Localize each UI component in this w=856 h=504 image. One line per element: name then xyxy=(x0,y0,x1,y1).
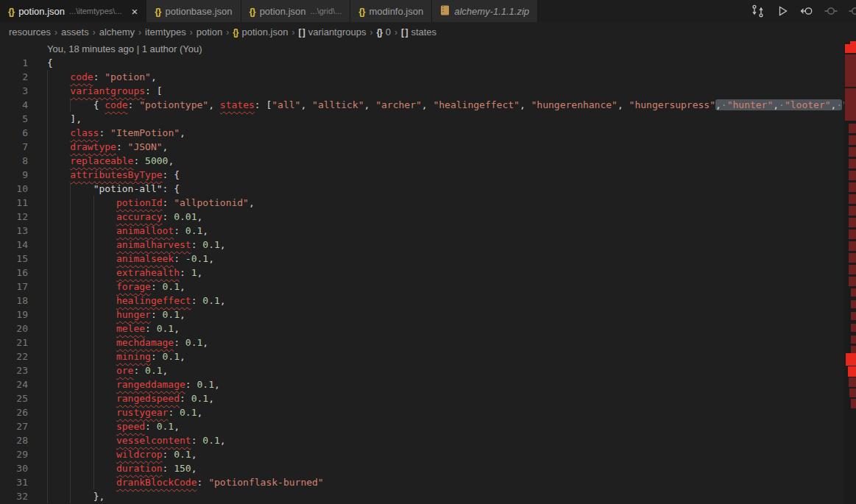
run-icon[interactable] xyxy=(775,4,790,18)
token-p: , xyxy=(208,253,214,264)
compare-changes-icon[interactable] xyxy=(751,4,765,18)
line-number[interactable]: 27 xyxy=(0,419,28,433)
tab-potion-json[interactable]: {}potion.json...\itemtypes\...× xyxy=(0,0,146,22)
line-number[interactable]: 17 xyxy=(0,280,28,294)
token-s: "JSON" xyxy=(128,141,163,152)
token-k: melee xyxy=(116,323,145,334)
token-s: "ItemPotion" xyxy=(110,127,180,138)
tab-potion-json[interactable]: {}potion.json...\grid\... xyxy=(241,0,351,22)
token-s: "potionflask-burned" xyxy=(208,477,324,488)
overview-ruler-mark xyxy=(849,206,856,216)
line-number[interactable]: 1 xyxy=(0,56,28,70)
token-p: , xyxy=(191,449,197,460)
breadcrumb-item-variantgroups[interactable]: [ ]variantgroups xyxy=(298,26,366,38)
tab-title: potionbase.json xyxy=(165,6,232,17)
tab-alchemy-1-1-1-zip[interactable]: alchemy-1.1.1.zip xyxy=(432,0,538,22)
breadcrumb-item-potion[interactable]: potion xyxy=(197,26,222,38)
annotation-circle-icon-2[interactable] xyxy=(848,4,856,18)
line-number[interactable]: 24 xyxy=(0,377,28,391)
line-number[interactable]: 15 xyxy=(0,252,28,266)
line-number[interactable]: 7 xyxy=(0,140,28,154)
symbol-object-icon: {} xyxy=(376,27,381,38)
line-number[interactable]: 19 xyxy=(0,308,28,322)
token-k: healingeffect xyxy=(116,295,191,306)
line-text: extrahealth: 1, xyxy=(47,266,202,280)
line-number[interactable]: 4 xyxy=(0,98,28,112)
line-number[interactable]: 30 xyxy=(0,461,28,475)
chevron-right-icon: › xyxy=(369,27,372,38)
token-p: : xyxy=(163,197,174,208)
overview-ruler-mark xyxy=(848,366,856,377)
breadcrumb-label: resources xyxy=(9,26,51,38)
token-p: : xyxy=(145,323,157,334)
breadcrumb-label: variantgroups xyxy=(308,26,367,38)
code-line: 3 variantgroups: [ xyxy=(0,84,844,98)
editor-pane[interactable]: You, 18 minutes ago | 1 author (You)1{2 … xyxy=(0,42,856,504)
line-text: variantgroups: [ xyxy=(47,84,163,98)
overview-ruler-mark xyxy=(849,230,856,239)
line-number[interactable]: 32 xyxy=(0,489,28,503)
breadcrumb-item-alchemy[interactable]: alchemy xyxy=(99,26,135,38)
line-number[interactable]: 31 xyxy=(0,475,28,489)
token-n: 0.1 xyxy=(163,281,180,292)
git-blame-annotation[interactable]: You, 18 minutes ago | 1 author (You) xyxy=(47,42,202,56)
line-number[interactable]: 5 xyxy=(0,112,28,126)
line-number[interactable]: 14 xyxy=(0,238,28,252)
token-p: , xyxy=(300,99,312,110)
code-line: 13 animalloot: 0.1, xyxy=(0,224,844,238)
overview-ruler-mark xyxy=(845,88,856,121)
breadcrumb-item-assets[interactable]: assets xyxy=(61,26,89,38)
line-number[interactable]: 21 xyxy=(0,336,28,349)
line-number[interactable]: 9 xyxy=(0,168,28,182)
token-p: : xyxy=(151,351,163,362)
line-number[interactable]: 20 xyxy=(0,322,28,336)
selected-token: · xyxy=(721,99,727,110)
breadcrumb-item-itemtypes[interactable]: itemtypes xyxy=(145,26,186,38)
annotation-circle-icon[interactable] xyxy=(824,4,838,18)
code-line: 18 healingeffect: 0.1, xyxy=(0,294,844,308)
breadcrumb-item-states[interactable]: [ ]states xyxy=(401,26,436,38)
token-p: : xyxy=(128,99,140,110)
line-number[interactable]: 6 xyxy=(0,126,28,140)
line-text: vesselcontent: 0.1, xyxy=(47,433,226,447)
line-number[interactable]: 29 xyxy=(0,447,28,461)
code-line: 7 drawtype: "JSON", xyxy=(0,140,844,154)
line-number[interactable]: 10 xyxy=(0,182,28,196)
token-s: "hungersupress" xyxy=(629,99,715,110)
line-number[interactable]: 22 xyxy=(0,349,28,363)
token-s: "all" xyxy=(272,99,300,110)
line-number[interactable]: 13 xyxy=(0,224,28,238)
line-number[interactable]: 8 xyxy=(0,154,28,168)
token-n: -0.1 xyxy=(185,253,208,264)
breadcrumb-item-resources[interactable]: resources xyxy=(9,26,51,38)
code-line: 11 potionId: "allpotionid", xyxy=(0,196,844,210)
close-icon[interactable]: × xyxy=(132,6,138,17)
token-p: : xyxy=(185,379,197,390)
line-number[interactable]: 18 xyxy=(0,294,28,308)
tab-potionbase-json[interactable]: {}potionbase.json xyxy=(146,0,241,22)
line-number[interactable]: 3 xyxy=(0,84,28,98)
breadcrumb-item-potion-json[interactable]: {}potion.json xyxy=(233,26,288,38)
line-number[interactable]: 12 xyxy=(0,210,28,224)
line-number[interactable]: 25 xyxy=(0,391,28,405)
line-number[interactable]: 11 xyxy=(0,196,28,210)
token-n: 0.1 xyxy=(202,239,219,250)
token-p: : xyxy=(180,267,191,278)
line-number[interactable]: 2 xyxy=(0,70,28,84)
line-number[interactable]: 16 xyxy=(0,266,28,280)
token-n: 5000 xyxy=(145,155,168,166)
chevron-right-icon: › xyxy=(138,27,141,38)
tab-modinfo-json[interactable]: {}modinfo.json xyxy=(350,0,432,22)
annotate-arrow-icon[interactable] xyxy=(799,4,814,18)
overview-ruler[interactable] xyxy=(844,42,856,504)
code-line: 5 ], xyxy=(0,112,844,126)
line-number[interactable]: 23 xyxy=(0,363,28,377)
line-number[interactable]: 26 xyxy=(0,405,28,419)
breadcrumb-item-0[interactable]: {}0 xyxy=(376,26,391,38)
code-area[interactable]: You, 18 minutes ago | 1 author (You)1{2 … xyxy=(0,42,844,504)
chevron-right-icon: › xyxy=(226,27,229,38)
token-p: , xyxy=(180,351,185,362)
token-p: }, xyxy=(93,491,105,502)
line-number[interactable]: 28 xyxy=(0,433,28,447)
token-k: vesselcontent xyxy=(116,435,191,446)
